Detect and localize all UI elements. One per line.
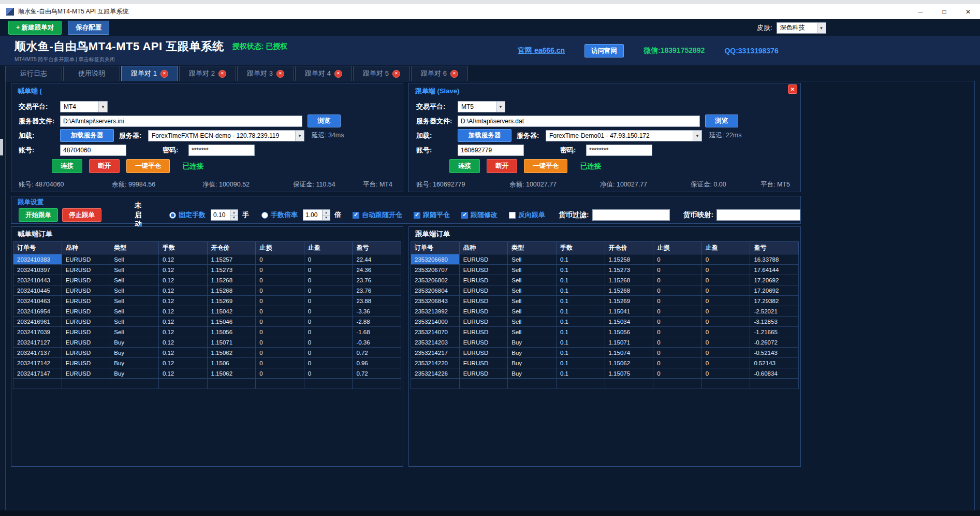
checkbox-follow-close[interactable]: 跟随平仓 [414,210,450,220]
order-row[interactable]: 2032410463EURUSDSell0.121.152690023.88 [13,296,401,306]
column-header[interactable]: 品种 [62,242,110,254]
chevron-down-icon[interactable]: ▾ [693,131,701,141]
master-password-input[interactable] [188,145,255,156]
order-cell[interactable]: 2353214226 [411,368,460,379]
order-cell[interactable]: 2032417039 [13,327,62,337]
order-cell[interactable]: EURUSD [459,368,508,379]
order-row[interactable]: 2032417127EURUSDBuy0.121.1507100-0.36 [13,337,401,348]
order-cell[interactable]: EURUSD [459,337,508,348]
order-cell[interactable]: 0.1 [556,358,605,368]
order-row[interactable]: 2353206843EURUSDSell0.11.152690017.29382 [411,296,799,306]
order-cell[interactable]: EURUSD [459,327,508,337]
order-cell[interactable]: 2032417142 [13,358,62,368]
order-cell[interactable]: 2032417147 [13,368,62,379]
checkbox-reverse-follow[interactable]: 反向跟单 [509,210,545,220]
master-connect-button[interactable]: 连接 [52,159,82,173]
order-cell[interactable]: 0 [304,327,353,337]
order-cell[interactable]: 1.15257 [207,254,256,265]
order-row[interactable]: 2032410383EURUSDSell0.121.152570022.44 [13,254,401,265]
order-cell[interactable]: 0.1 [556,285,605,296]
order-cell[interactable]: 0 [653,337,702,348]
currency-filter-input[interactable] [592,209,670,221]
order-cell[interactable]: 0 [701,306,750,317]
official-site-link[interactable]: 官网 ea666.cn [518,46,565,55]
slave-account-input[interactable] [458,145,524,156]
order-cell[interactable]: -3.12853 [750,317,799,327]
order-row[interactable]: 2032416961EURUSDSell0.121.1504600-2.88 [13,317,401,327]
order-cell[interactable]: 0 [701,296,750,306]
order-cell[interactable]: EURUSD [459,306,508,317]
master-server-select[interactable]: ForexTimeFXTM-ECN-demo - 120.78.239.119 … [148,130,304,141]
master-platform-select[interactable]: MT4 ▾ [60,101,108,112]
order-row[interactable]: 2032410443EURUSDSell0.121.152680023.76 [13,275,401,285]
tab-close-icon[interactable]: ✕ [334,70,342,78]
order-cell[interactable]: EURUSD [459,285,508,296]
order-row[interactable]: 2353206707EURUSDSell0.11.152730017.64144 [411,265,799,275]
order-cell[interactable]: 0.1 [556,337,605,348]
currency-map-input[interactable] [716,209,800,221]
order-cell[interactable]: 0.72 [353,348,401,358]
order-cell[interactable]: 1.15268 [207,285,256,296]
order-cell[interactable]: Sell [110,306,159,317]
order-cell[interactable]: 0 [701,265,750,275]
order-cell[interactable]: 0.12 [158,296,207,306]
master-browse-button[interactable]: 浏览 [308,114,341,127]
order-cell[interactable]: 1.15273 [207,265,256,275]
order-cell[interactable]: 0 [256,358,304,368]
order-cell[interactable]: EURUSD [62,285,110,296]
order-cell[interactable]: 0.1 [556,254,605,265]
order-row[interactable]: 2032417147EURUSDBuy0.121.15062000.72 [13,368,401,379]
order-cell[interactable]: 0 [701,358,750,368]
order-cell[interactable]: Buy [110,337,159,348]
order-cell[interactable]: 1.15042 [207,306,256,317]
column-header[interactable]: 止盈 [304,242,353,254]
spin-up-icon[interactable]: ▲ [230,210,238,216]
order-cell[interactable]: 0 [304,254,353,265]
order-cell[interactable]: 0.1 [556,317,605,327]
order-cell[interactable]: Buy [110,348,159,358]
order-cell[interactable]: 1.15071 [207,337,256,348]
order-cell[interactable]: 1.15062 [207,368,256,379]
chevron-down-icon[interactable]: ▾ [817,23,826,33]
order-cell[interactable]: 2353206843 [411,296,460,306]
order-cell[interactable]: 2032410383 [13,254,62,265]
order-cell[interactable]: 1.15258 [605,254,653,265]
order-cell[interactable]: Sell [508,254,557,265]
order-cell[interactable]: -0.52143 [750,348,799,358]
order-cell[interactable]: 0 [653,296,702,306]
tab-pair-3[interactable]: 跟单对 3✕ [237,66,294,81]
order-cell[interactable]: 2353206804 [411,285,460,296]
order-cell[interactable]: 1.15034 [605,317,653,327]
order-cell[interactable]: 2032417127 [13,337,62,348]
order-cell[interactable]: 0.12 [158,265,207,275]
tab-close-icon[interactable]: ✕ [392,70,400,78]
order-cell[interactable]: 0 [304,317,353,327]
slave-server-select[interactable]: ForexTime-Demo01 - 47.93.150.172 ▾ [546,130,702,141]
order-cell[interactable]: 22.44 [353,254,401,265]
order-cell[interactable]: 0 [304,275,353,285]
order-cell[interactable]: 2353213992 [411,306,460,317]
order-cell[interactable]: 0 [256,254,304,265]
order-cell[interactable]: 1.15041 [605,306,653,317]
order-cell[interactable]: 23.88 [353,296,401,306]
order-cell[interactable]: 0 [653,348,702,358]
order-cell[interactable]: EURUSD [62,317,110,327]
order-cell[interactable]: 16.33788 [750,254,799,265]
order-cell[interactable]: 0 [653,254,702,265]
order-cell[interactable]: Sell [110,327,159,337]
order-cell[interactable]: 0.1 [556,368,605,379]
order-cell[interactable]: 0 [701,254,750,265]
slave-disconnect-button[interactable]: 断开 [487,159,517,173]
order-cell[interactable]: 0 [256,296,304,306]
visit-site-button[interactable]: 访问官网 [584,44,624,58]
order-cell[interactable]: Sell [508,327,557,337]
order-cell[interactable]: EURUSD [62,337,110,348]
order-cell[interactable]: 0 [256,275,304,285]
order-cell[interactable]: 0 [256,327,304,337]
order-cell[interactable]: 0 [701,317,750,327]
order-cell[interactable]: 0 [256,337,304,348]
order-cell[interactable]: 0 [701,275,750,285]
order-cell[interactable]: Sell [110,296,159,306]
order-cell[interactable]: EURUSD [62,306,110,317]
order-cell[interactable]: 2353214000 [411,317,460,327]
